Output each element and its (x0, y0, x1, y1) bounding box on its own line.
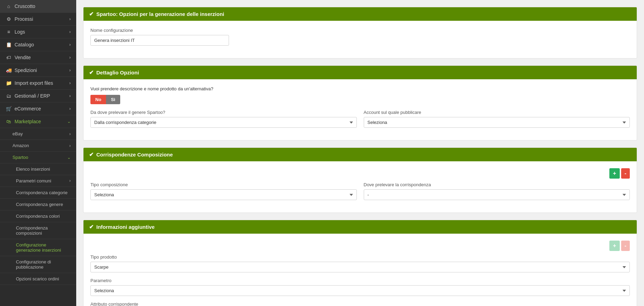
genere-account-row: Da dove prelevare il genere Spartoo? Dal… (90, 110, 630, 133)
remove-informazioni-button[interactable]: - (621, 241, 630, 251)
processi-arrow-icon: › (69, 17, 71, 21)
check-circle-icon-3: ✔ (89, 151, 94, 158)
sidebar-item-logs[interactable]: ≡ Logs › (0, 26, 76, 38)
panel-body-corrispondenze: + - Tipo composizione Seleziona Dove pre… (83, 161, 637, 213)
tipo-prodotto-select[interactable]: Scarpe (90, 262, 630, 272)
sidebar-item-processi[interactable]: ⚙ Processi › (0, 13, 76, 26)
dove-prelevare-label: Dove prelevare la corrispondenza (364, 182, 630, 187)
sidebar-item-cruscotto[interactable]: ⌂ Cruscotto (0, 0, 76, 13)
corrispondenze-row: Tipo composizione Seleziona Dove preleva… (90, 182, 630, 206)
sidebar-item-ecommerce[interactable]: 🛒 eCommerce › (0, 102, 76, 115)
panel-body-main: Nome configurazione (83, 21, 637, 58)
sidebar-label-logs: Logs (15, 29, 25, 35)
sidebar-item-corrispondenza-colori[interactable]: Corrispondenza colori (0, 210, 76, 222)
panel-body-dettaglio: Vuoi prendere descrizione e nome prodott… (83, 79, 637, 140)
panel-spartoo-options: ✔ Spartoo: Opzioni per la generazione de… (83, 7, 637, 58)
sidebar-item-corrispondenza-composizioni[interactable]: Corrispondenza composizioni (0, 222, 76, 239)
processi-icon: ⚙ (6, 16, 12, 22)
sidebar-label-corrispondenza-composizioni: Corrispondenza composizioni (16, 225, 48, 236)
sidebar-label-processi: Processi (15, 16, 33, 22)
sidebar-label-ecommerce: eCommerce (15, 106, 41, 111)
corrispondenze-action-buttons: + - (90, 168, 630, 179)
sidebar-label-spedizioni: Spedizioni (15, 68, 37, 73)
sidebar-item-marketplace[interactable]: 🛍 Marketplace ⌄ (0, 115, 76, 128)
sidebar-label-opzioni-scarico: Opzioni scarico ordini (16, 276, 59, 281)
panel-corrispondenze: ✔ Corrispondenze Composizione + - Tipo c… (83, 147, 637, 213)
sidebar-label-cruscotto: Cruscotto (15, 3, 35, 9)
alternativa-btn-group: No Sì (90, 95, 630, 104)
sidebar-label-spartoo: Spartoo (12, 155, 28, 160)
sidebar-label-corrispondenza-categorie: Corrispondenza categorie (16, 190, 68, 195)
sidebar-item-opzioni-scarico[interactable]: Opzioni scarico ordini (0, 273, 76, 285)
genere-select[interactable]: Dalla corrispondenza categorie (90, 117, 357, 128)
sidebar-item-vendite[interactable]: 🏷 Vendite › (0, 51, 76, 64)
import-export-icon: 📁 (6, 80, 12, 86)
sidebar-item-gestionali[interactable]: 🗂 Gestionali / ERP › (0, 90, 76, 102)
amazon-arrow-icon: › (69, 143, 71, 148)
sidebar-label-marketplace: Marketplace (15, 119, 41, 124)
sidebar-item-parametri-comuni[interactable]: Parametri comuni › (0, 175, 76, 187)
logs-icon: ≡ (6, 29, 12, 35)
panel-header-informazioni: ✔ Informazioni aggiuntive (83, 220, 637, 234)
sidebar-item-corrispondenza-categorie[interactable]: Corrispondenza categorie (0, 187, 76, 199)
btn-si[interactable]: Sì (106, 95, 120, 104)
attributo-group: Attributo corrispondente Seleziona (90, 302, 630, 306)
nome-config-group: Nome configurazione (90, 28, 630, 46)
sidebar-item-corrispondenza-genere[interactable]: Corrispondenza genere (0, 199, 76, 210)
panel-title-informazioni: Informazioni aggiuntive (96, 224, 155, 230)
sidebar-item-import-export[interactable]: 📁 Import export files › (0, 77, 76, 90)
parametro-select[interactable]: Seleziona (90, 285, 630, 296)
ecommerce-arrow-icon: › (69, 106, 71, 111)
sidebar-label-corrispondenza-genere: Corrispondenza genere (16, 202, 63, 207)
sidebar-label-import-export: Import export files (15, 80, 53, 86)
tipo-composizione-select[interactable]: Seleziona (90, 189, 357, 200)
panel-dettaglio-opzioni: ✔ Dettaglio Opzioni Vuoi prendere descri… (83, 65, 637, 141)
nome-config-input[interactable] (90, 35, 229, 46)
spartoo-arrow-icon: ⌄ (67, 155, 71, 160)
attributo-label: Attributo corrispondente (90, 302, 630, 306)
gestionali-icon: 🗂 (6, 93, 12, 99)
sidebar-item-catalogo[interactable]: 📋 Catalogo › (0, 38, 76, 51)
panel-header-main: ✔ Spartoo: Opzioni per la generazione de… (83, 7, 637, 21)
dove-prelevare-select[interactable]: - (364, 189, 630, 200)
parametro-group: Parametro Seleziona (90, 278, 630, 296)
add-informazioni-button[interactable]: + (609, 241, 619, 251)
sidebar-label-elenco-inserzioni: Elenco inserzioni (16, 166, 50, 172)
panel-title-main: Spartoo: Opzioni per la generazione dell… (96, 11, 224, 17)
sidebar: ⌂ Cruscotto ⚙ Processi › ≡ Logs › 📋 Cata… (0, 0, 76, 306)
sidebar-item-amazon[interactable]: Amazon › (0, 140, 76, 152)
btn-no[interactable]: No (90, 95, 106, 104)
alternativa-question: Vuoi prendere descrizione e nome prodott… (90, 86, 630, 91)
marketplace-arrow-icon: ⌄ (67, 119, 71, 124)
sidebar-item-elenco-inserzioni[interactable]: Elenco inserzioni (0, 163, 76, 175)
panel-title-corrispondenze: Corrispondenze Composizione (96, 152, 173, 158)
panel-title-dettaglio: Dettaglio Opzioni (96, 70, 139, 75)
check-circle-icon-2: ✔ (89, 69, 94, 76)
sidebar-item-spartoo[interactable]: Spartoo ⌄ (0, 152, 76, 163)
gestionali-arrow-icon: › (69, 93, 71, 98)
genere-group: Da dove prelevare il genere Spartoo? Dal… (90, 110, 357, 128)
sidebar-label-gestionali: Gestionali / ERP (15, 93, 50, 99)
sidebar-label-parametri-comuni: Parametri comuni (16, 178, 51, 183)
spedizioni-icon: 🚚 (6, 68, 12, 73)
import-export-arrow-icon: › (69, 81, 71, 86)
tipo-composizione-group: Tipo composizione Seleziona (90, 182, 357, 200)
sidebar-label-configurazione-pubblicazione: Configurazione di pubblicazione (16, 259, 51, 270)
sidebar-label-ebay: eBay (12, 131, 23, 136)
logs-arrow-icon: › (69, 29, 71, 34)
ecommerce-icon: 🛒 (6, 106, 12, 111)
account-select[interactable]: Seleziona (364, 117, 630, 128)
nome-config-label: Nome configurazione (90, 28, 630, 33)
sidebar-item-configurazione-pubblicazione[interactable]: Configurazione di pubblicazione (0, 256, 76, 273)
panel-informazioni: ✔ Informazioni aggiuntive + - Tipo prodo… (83, 220, 637, 306)
sidebar-item-configurazione-generazione[interactable]: Configurazione generazione inserzioni (0, 239, 76, 256)
vendite-icon: 🏷 (6, 55, 12, 60)
catalogo-icon: 📋 (6, 42, 12, 47)
check-circle-icon-4: ✔ (89, 224, 94, 230)
remove-corrispondenza-button[interactable]: - (621, 168, 630, 179)
add-corrispondenza-button[interactable]: + (609, 168, 619, 179)
spedizioni-arrow-icon: › (69, 68, 71, 73)
sidebar-item-spedizioni[interactable]: 🚚 Spedizioni › (0, 64, 76, 77)
catalogo-arrow-icon: › (69, 42, 71, 47)
sidebar-item-ebay[interactable]: eBay › (0, 128, 76, 140)
